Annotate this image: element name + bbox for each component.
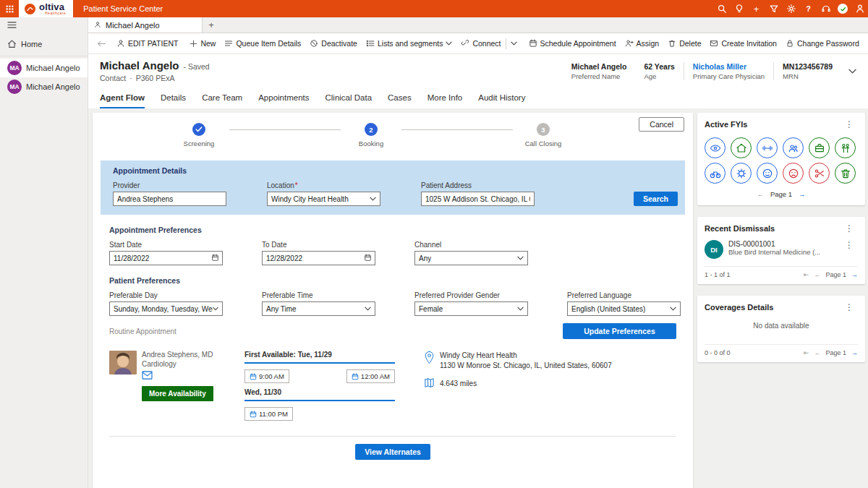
connect-button[interactable]: Connect xyxy=(456,33,521,53)
channel-select[interactable]: Any xyxy=(414,251,528,265)
filter-icon[interactable] xyxy=(768,4,779,14)
preferable-time-select[interactable]: Any Time xyxy=(262,301,375,316)
sidebar-item-patient-2[interactable]: MA Michael Angelo xyxy=(0,77,88,96)
facility-address: 1130 W Monroe St. Chicago, IL, United St… xyxy=(440,361,612,371)
step-call-closing[interactable]: 3 Call Closing xyxy=(513,123,574,147)
tab-cases[interactable]: Cases xyxy=(388,93,412,108)
create-invitation-button[interactable]: Create Invitation xyxy=(705,33,780,53)
tab-clinical-data[interactable]: Clinical Data xyxy=(326,93,373,108)
brand-logo[interactable]: oltiva Healthcare xyxy=(19,0,73,17)
tab-details[interactable]: Details xyxy=(161,93,186,108)
tab-more-info[interactable]: More Info xyxy=(427,93,463,108)
record-type: Contact xyxy=(100,74,126,82)
session-tab-active[interactable]: Michael Angelo xyxy=(88,17,203,33)
view-alternates-button[interactable]: View Alternates xyxy=(355,444,430,460)
infection-icon[interactable] xyxy=(731,163,752,184)
chevron-down-icon xyxy=(446,41,452,46)
app-title: Patient Service Center xyxy=(83,4,163,13)
sidebar-item-home[interactable]: Home xyxy=(0,35,88,53)
tab-agent-flow[interactable]: Agent Flow xyxy=(100,93,145,108)
back-button[interactable] xyxy=(91,33,112,53)
email-envelope-icon[interactable] xyxy=(142,371,213,381)
tab-care-team[interactable]: Care Team xyxy=(202,93,242,108)
form-selector[interactable]: P360 PExA xyxy=(136,74,175,82)
delete-button[interactable]: Delete xyxy=(663,33,705,53)
family-icon[interactable] xyxy=(835,137,856,158)
update-preferences-button[interactable]: Update Preferences xyxy=(563,323,676,339)
required-marker: * xyxy=(295,181,298,189)
start-date-field: Start Date xyxy=(109,241,223,265)
account-person-icon[interactable] xyxy=(854,4,865,14)
header-expand-chevron-icon[interactable] xyxy=(841,66,858,76)
previous-page-icon[interactable]: ← xyxy=(814,349,820,356)
queue-item-details-button[interactable]: Queue Item Details xyxy=(220,33,305,53)
provider-gender-select[interactable]: Female xyxy=(414,301,528,316)
chevron-down-icon xyxy=(517,307,524,311)
schedule-appointment-button[interactable]: Schedule Appointment xyxy=(524,33,621,53)
settings-gear-icon[interactable] xyxy=(786,4,796,14)
page-indicator: Page 1 xyxy=(770,190,792,198)
more-options-icon[interactable]: ⋮ xyxy=(841,223,858,234)
next-page-icon[interactable]: → xyxy=(851,349,858,356)
allergy-icon[interactable] xyxy=(783,163,804,184)
row-options-icon[interactable]: ⋮ xyxy=(841,240,858,250)
step-booking[interactable]: 2 Booking xyxy=(341,123,401,147)
occupation-icon[interactable] xyxy=(809,137,830,158)
dismissal-list-item[interactable]: DI DIS-00001001 Blue Bird Internal Medic… xyxy=(705,240,858,259)
new-session-plus-icon[interactable]: + xyxy=(203,17,220,33)
search-button[interactable]: Search xyxy=(634,192,678,206)
activity-icon[interactable] xyxy=(705,163,726,184)
to-date-input[interactable] xyxy=(262,251,375,265)
first-page-icon[interactable]: ⇤ xyxy=(804,271,809,278)
time-slot-button[interactable]: 11:00 PM xyxy=(244,407,293,421)
first-page-icon[interactable]: ⇤ xyxy=(804,349,809,356)
presence-check-avatar[interactable] xyxy=(838,4,848,14)
patient-address-input[interactable] xyxy=(421,192,535,206)
cancel-button[interactable]: Cancel xyxy=(639,117,684,132)
edit-patient-button[interactable]: EDIT PATIENT xyxy=(112,33,182,53)
more-options-icon[interactable]: ⋮ xyxy=(841,302,858,312)
location-select[interactable]: Windy City Heart Health xyxy=(267,192,380,206)
change-password-button[interactable]: Change Password xyxy=(781,33,864,53)
deactivate-button[interactable]: Deactivate xyxy=(305,33,362,53)
vision-icon[interactable] xyxy=(705,137,726,158)
tab-audit-history[interactable]: Audit History xyxy=(478,93,525,108)
pcp-link[interactable]: Nicholas Miller xyxy=(693,62,746,71)
next-page-icon[interactable]: → xyxy=(799,190,806,198)
sidebar-item-patient-1[interactable]: MA Michael Angelo xyxy=(0,59,88,77)
command-overflow-icon[interactable]: ⋮ xyxy=(864,38,868,48)
quick-create-plus-icon[interactable]: + xyxy=(751,4,762,14)
preferable-day-select[interactable]: Sunday, Monday, Tuesday, Wedn... xyxy=(109,301,223,316)
behavioral-health-icon[interactable] xyxy=(757,163,778,184)
home-care-icon[interactable] xyxy=(731,137,752,158)
lightbulb-icon[interactable] xyxy=(733,4,744,14)
sitemap-menu-icon[interactable] xyxy=(7,21,17,31)
lists-and-segments-button[interactable]: Lists and segments xyxy=(362,33,456,53)
disposal-icon[interactable] xyxy=(835,163,856,184)
brand-logo-icon xyxy=(25,4,35,14)
app-launcher-waffle-icon[interactable] xyxy=(0,0,19,17)
start-date-input[interactable] xyxy=(109,251,223,265)
fitness-icon[interactable] xyxy=(757,137,778,158)
coverages-details-card: Coverages Details ⋮ No data available 0 … xyxy=(697,296,865,362)
provider-input[interactable] xyxy=(113,192,226,206)
previous-page-icon[interactable]: ← xyxy=(814,271,820,278)
assign-button[interactable]: Assign xyxy=(621,33,664,53)
time-slot-button[interactable]: 12:00 AM xyxy=(346,369,395,383)
more-options-icon[interactable]: ⋮ xyxy=(841,119,858,129)
new-button[interactable]: New xyxy=(185,33,220,53)
more-availability-button[interactable]: More Availability xyxy=(142,386,213,401)
chevron-down-icon xyxy=(213,307,218,311)
preferred-language-select[interactable]: English (United States) xyxy=(567,301,681,316)
help-icon[interactable]: ? xyxy=(803,4,814,14)
step-screening[interactable]: Screening xyxy=(169,123,229,147)
time-slot-button[interactable]: 9:00 AM xyxy=(244,369,289,383)
search-icon[interactable] xyxy=(716,4,727,14)
previous-page-icon[interactable]: ← xyxy=(757,190,764,198)
headset-icon[interactable] xyxy=(820,4,831,14)
dismissal-id[interactable]: DIS-00001001 xyxy=(728,240,835,248)
tab-appointments[interactable]: Appointments xyxy=(258,93,309,108)
next-page-icon[interactable]: → xyxy=(851,271,858,278)
care-group-icon[interactable] xyxy=(783,137,804,158)
procedure-icon[interactable] xyxy=(809,163,830,184)
